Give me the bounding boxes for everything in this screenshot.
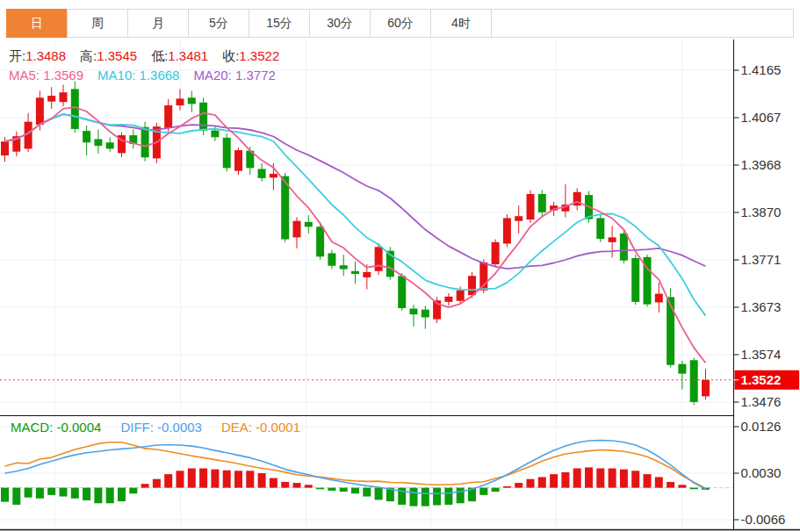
svg-text:1.3673: 1.3673	[741, 299, 782, 314]
svg-text:1.3870: 1.3870	[741, 205, 782, 219]
ma-values-row: MA5: 1.3569 MA10: 1.3668 MA20: 1.3772	[9, 66, 293, 85]
price-axis-labels: 1.41651.40671.39681.38701.37711.36731.35…	[734, 62, 786, 527]
last-price-badge: 1.3522	[734, 370, 800, 390]
svg-text:1.4165: 1.4165	[741, 62, 782, 77]
diff-value: DIFF: -0.0003	[120, 420, 202, 435]
svg-text:0.0030: 0.0030	[741, 465, 782, 480]
ma10-value: MA10: 1.3668	[97, 66, 179, 85]
macd-value: MACD: -0.0004	[11, 420, 101, 435]
macd-legend: MACD: -0.0004 DIFF: -0.0003 DEA: -0.0001	[11, 420, 320, 435]
high-value: 1.3545	[97, 47, 137, 66]
close-label: 收:	[222, 47, 239, 66]
svg-text:-0.0066: -0.0066	[741, 512, 786, 527]
svg-text:1.3476: 1.3476	[741, 394, 782, 409]
svg-text:1.3522: 1.3522	[741, 372, 782, 387]
open-value: 1.3488	[25, 47, 66, 66]
ohlc-values-row: 开:1.3488 高:1.3545 低:1.3481 收:1.3522	[9, 47, 293, 66]
high-label: 高:	[80, 47, 97, 66]
ma20-value: MA20: 1.3772	[193, 66, 275, 85]
ma5-value: MA5: 1.3569	[9, 66, 83, 85]
low-label: 低:	[151, 47, 168, 66]
svg-text:0.0126: 0.0126	[741, 419, 782, 434]
open-label: 开:	[9, 47, 25, 66]
ohlc-legend: 开:1.3488 高:1.3545 低:1.3481 收:1.3522 MA5:…	[9, 47, 293, 85]
svg-text:1.3968: 1.3968	[741, 157, 782, 172]
dea-value: DEA: -0.0001	[221, 420, 300, 435]
low-value: 1.3481	[168, 47, 208, 66]
svg-text:1.3574: 1.3574	[741, 347, 782, 362]
svg-text:1.4067: 1.4067	[741, 110, 782, 125]
svg-text:1.3771: 1.3771	[741, 252, 782, 267]
trading-chart-app: 日周月5分15分30分60分4时 1.41651.40671.39681.387…	[0, 0, 800, 532]
close-value: 1.3522	[239, 47, 279, 66]
